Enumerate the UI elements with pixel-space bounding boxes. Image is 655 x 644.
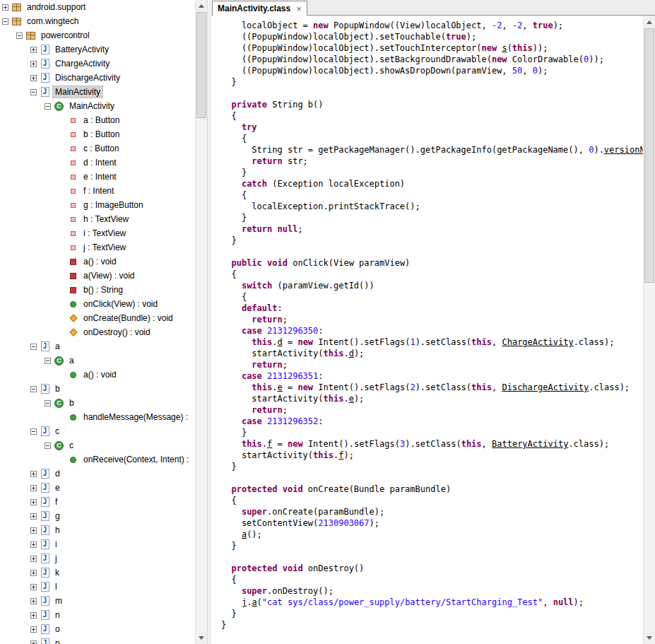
tree-item-a-button[interactable]: a : Button [0,113,195,127]
code-scrollbar-thumb[interactable] [644,28,654,283]
tree-item-j[interactable]: Jj [0,551,195,566]
code-editor[interactable]: localObject = new PopupWindow((View)loca… [211,16,643,644]
tree-collapse-icon[interactable] [45,443,51,449]
tree-item-k[interactable]: Jk [0,566,195,580]
tree-collapse-icon[interactable] [45,358,51,364]
tree-item-b[interactable]: Cb [0,396,195,410]
tree-item-l[interactable]: Jl [0,580,195,594]
tree-item-android-support[interactable]: android.support [0,0,195,14]
tree-item-g-imagebutton[interactable]: g : ImageButton [0,198,195,212]
tree-item-e[interactable]: Je [0,481,195,495]
tree-expand-icon[interactable] [30,584,37,590]
tree-item-b[interactable]: Jb [0,382,195,396]
code-link[interactable]: e [278,382,283,392]
tree-item-b-button[interactable]: b : Button [0,127,195,141]
tree-expand-icon[interactable] [30,626,37,633]
tree-expand-icon[interactable] [30,513,37,520]
tree-item-f[interactable]: Jf [0,495,195,509]
tree-item-a-view-void[interactable]: a(View) : void [0,269,195,283]
tree-item-oncreate-bundle-void[interactable]: onCreate(Bundle) : void [0,311,195,325]
tree-item-d-intent[interactable]: d : Intent [0,156,195,170]
tree-collapse-icon[interactable] [16,33,23,39]
tree-item-p[interactable]: Jp [0,636,195,644]
tree-collapse-icon[interactable] [45,103,51,110]
code-link[interactable]: versionName [604,145,643,155]
tree-item-a-void[interactable]: a() : void [0,254,195,269]
tree-expand-icon[interactable] [30,541,37,548]
code-token: new [288,439,303,449]
tree-expand-icon[interactable] [30,75,37,81]
code-link[interactable]: DischargeActivity [502,382,589,392]
tree-scrollbar[interactable] [195,0,207,644]
tree-item-d[interactable]: Jd [0,467,195,481]
tree-collapse-icon[interactable] [30,428,37,435]
tree-item-f-intent[interactable]: f : Intent [0,184,195,198]
code-link[interactable]: BatteryActivity [492,439,568,449]
tree-item-o[interactable]: Jo [0,622,195,636]
tree-expand-icon[interactable] [30,471,37,477]
tree-item-e-intent[interactable]: e : Intent [0,170,195,184]
tree-item-a[interactable]: Ca [0,353,195,368]
tree-collapse-icon[interactable] [2,18,8,25]
tree-scroll-up-button[interactable] [196,0,207,12]
tree-expand-icon[interactable] [30,47,37,53]
tree-item-h[interactable]: Jh [0,523,195,537]
protected-method-icon [68,312,78,324]
tree-item-a[interactable]: Ja [0,339,195,353]
tree-item-n[interactable]: Jn [0,608,195,622]
tree-item-onclick-view-void[interactable]: onClick(View) : void [0,297,195,311]
tab-close-icon[interactable]: × [296,4,302,13]
code-link[interactable]: ChargeActivity [502,337,573,347]
tree-item-handlemessage-message[interactable]: handleMessage(Message) : [0,410,195,424]
tree-expand-icon[interactable] [30,556,37,562]
code-token [221,179,242,189]
tree-item-c-button[interactable]: c : Button [0,141,195,156]
tree-item-chargeactivity[interactable]: JChargeActivity [0,57,195,71]
tree-item-g[interactable]: Jg [0,509,195,523]
code-line: } [221,608,643,619]
tree-item-b-string[interactable]: b() : String [0,283,195,297]
package-tree[interactable]: android.supportcom.wingtechpowercontrolJ… [0,0,195,644]
tree-item-i-textview[interactable]: i : TextView [0,226,195,240]
tree-expand-icon[interactable] [30,598,37,604]
tree-item-c[interactable]: Cc [0,438,195,452]
code-link[interactable]: d [278,337,283,347]
tree-collapse-icon[interactable] [30,89,37,95]
tree-collapse-icon[interactable] [30,344,37,350]
code-scroll-down-button[interactable] [644,632,655,644]
tree-expand-icon[interactable] [30,612,37,619]
tree-expand-icon[interactable] [30,570,37,576]
tree-item-h-textview[interactable]: h : TextView [0,212,195,226]
tree-scroll-down-button[interactable] [196,632,207,644]
tree-item-dischargeactivity[interactable]: JDischargeActivity [0,71,195,85]
tree-item-mainactivity[interactable]: CMainActivity [0,99,195,113]
tree-item-a-void[interactable]: a() : void [0,368,195,382]
tab-mainactivity-class[interactable]: MainActivity.class × [212,1,307,16]
tree-item-batteryactivity[interactable]: JBatteryActivity [0,42,195,57]
tree-item-powercontrol[interactable]: powercontrol [0,28,195,42]
tree-expand-icon[interactable] [30,485,37,491]
tree-scrollbar-thumb[interactable] [196,12,206,118]
code-link[interactable]: s [502,43,507,53]
tree-expand-icon[interactable] [2,4,8,11]
code-link[interactable]: d [349,349,354,358]
tree-collapse-icon[interactable] [30,386,37,392]
code-link[interactable]: e [349,394,354,404]
tree-item-label: a() : void [81,256,119,267]
tree-expand-icon[interactable] [30,640,37,644]
tree-expand-icon[interactable] [30,499,37,505]
tree-expand-icon[interactable] [30,61,37,67]
tree-item-m[interactable]: Jm [0,594,195,608]
tree-item-i[interactable]: Ji [0,537,195,551]
tree-collapse-icon[interactable] [45,400,51,406]
code-scroll-up-button[interactable] [644,16,655,28]
tree-item-mainactivity[interactable]: JMainActivity [0,85,195,99]
code-scrollbar[interactable] [643,16,655,644]
tree-expand-icon[interactable] [30,527,37,534]
tree-item-com-wingtech[interactable]: com.wingtech [0,14,195,28]
tree-item-j-textview[interactable]: j : TextView [0,240,195,254]
code-link[interactable]: a [252,597,256,607]
tree-item-c[interactable]: Jc [0,424,195,438]
tree-item-onreceive-context-intent[interactable]: onReceive(Context, Intent) : [0,452,195,467]
tree-item-ondestroy-void[interactable]: onDestroy() : void [0,325,195,339]
